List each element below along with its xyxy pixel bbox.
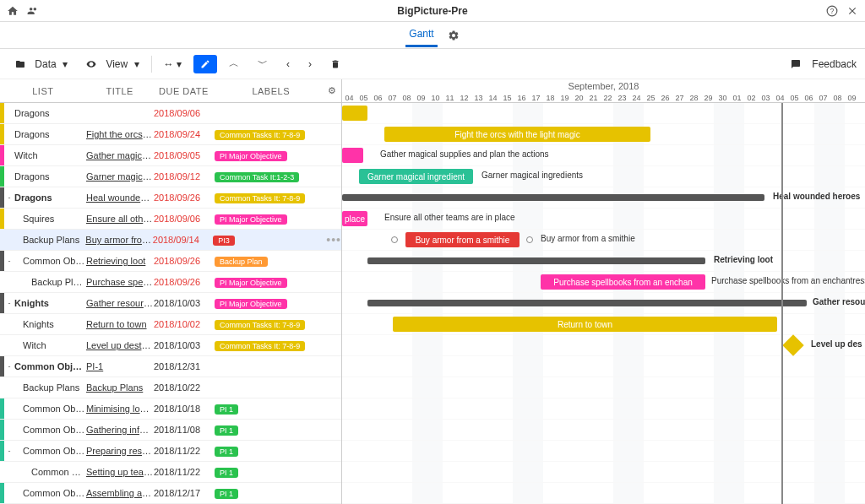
task-row[interactable]: Backup Plans Backup Plans 2018/10/22 — [0, 377, 341, 398]
title-cell[interactable]: Retrieving loot — [86, 256, 154, 266]
gantt-row[interactable]: Garner magical ingredientGarner magical … — [342, 166, 865, 187]
delete-button[interactable] — [324, 55, 347, 73]
col-date[interactable]: DUE DATE — [154, 86, 215, 96]
gantt-row[interactable]: Level up des — [342, 335, 865, 356]
title-cell[interactable]: Garner magical ing — [86, 171, 154, 182]
title-cell[interactable]: Ensure all other te — [86, 214, 154, 224]
task-row[interactable]: Backup Plans Buy armor from a s 2018/09/… — [0, 230, 341, 251]
title-cell[interactable]: Purchase spellboo — [86, 277, 154, 287]
prev-button[interactable]: ‹ — [280, 54, 296, 74]
gantt-body[interactable]: Fight the orcs with the light magicGathe… — [342, 103, 865, 504]
gantt-bar[interactable]: Return to town — [393, 317, 777, 332]
gantt-row[interactable]: Purchase spellbooks from an enchanPurcha… — [342, 272, 865, 293]
gantt-bar[interactable] — [342, 106, 367, 121]
gantt-bar[interactable]: Fight the orcs with the light magic — [384, 127, 650, 142]
gantt-row[interactable] — [342, 356, 865, 377]
expand-icon[interactable]: - — [4, 447, 14, 455]
gantt-row[interactable]: Return to town — [342, 314, 865, 335]
title-cell[interactable]: Assembling a party — [86, 488, 154, 498]
task-row[interactable]: Dragons Garner magical ing 2018/09/12 Co… — [0, 166, 341, 187]
gantt-bar[interactable]: Garner magical ingredient — [359, 169, 473, 184]
color-bar — [0, 230, 4, 250]
gantt-row[interactable] — [342, 420, 865, 441]
down-button[interactable]: ﹀ — [251, 52, 275, 75]
title-cell[interactable]: Gathering informati — [86, 425, 154, 435]
home-icon[interactable] — [7, 5, 19, 17]
gantt-summary-bar[interactable] — [367, 300, 807, 306]
data-dropdown[interactable]: Data ▾ — [8, 54, 74, 74]
close-icon[interactable] — [846, 5, 858, 17]
gantt-row[interactable]: Fight the orcs with the light magic — [342, 124, 865, 145]
date-cell: 2018/11/08 — [154, 425, 215, 435]
users-icon[interactable] — [27, 5, 39, 17]
fit-button[interactable]: ↔ ▾ — [157, 54, 188, 74]
gantt-row[interactable] — [342, 441, 865, 462]
task-row[interactable]: - Common Objective PI-1 2018/12/31 — [0, 356, 341, 377]
task-row[interactable]: Dragons 2018/09/06 — [0, 103, 341, 124]
gantt-row[interactable]: placeEnsure all other teams are in place — [342, 209, 865, 230]
task-row[interactable]: Common Objectiv Gathering informati 2018… — [0, 420, 341, 441]
gantt-bar[interactable] — [342, 148, 363, 163]
title-cell[interactable]: Backup Plans — [86, 382, 154, 393]
task-row[interactable]: - Common Objectiv Retrieving loot 2018/0… — [0, 251, 341, 272]
task-row[interactable]: Backup Plans Purchase spellboo 2018/09/2… — [0, 272, 341, 293]
gantt-row[interactable] — [342, 462, 865, 483]
title-cell[interactable]: Fight the orcs with — [86, 129, 154, 139]
gantt-row[interactable] — [342, 398, 865, 420]
title-cell[interactable]: Setting up teams — [86, 467, 154, 477]
col-list[interactable]: LIST — [0, 86, 86, 96]
gantt-bar[interactable]: place — [342, 211, 367, 226]
gantt-bar[interactable]: Purchase spellbooks from an enchan — [541, 274, 705, 290]
gantt-row[interactable] — [342, 377, 865, 398]
more-icon[interactable]: ••• — [326, 233, 341, 247]
col-labels[interactable]: LABELS — [214, 86, 328, 96]
up-button[interactable]: ︿ — [222, 52, 246, 75]
title-cell[interactable]: Heal wounded hero — [86, 192, 154, 203]
feedback-button[interactable]: Feedback — [791, 58, 857, 70]
gantt-summary-bar[interactable] — [342, 194, 764, 201]
task-row[interactable]: Common Objec Setting up teams 2018/11/22… — [0, 462, 341, 483]
column-settings-icon[interactable]: ⚙ — [328, 85, 341, 96]
gantt-row[interactable]: Gather resour — [342, 293, 865, 314]
gantt-row[interactable]: Gather magical supplies and plan the act… — [342, 145, 865, 166]
gantt-summary-bar[interactable] — [367, 257, 705, 264]
task-row[interactable]: Squires Ensure all other te 2018/09/06 P… — [0, 209, 341, 230]
top-bar: BigPicture-Pre ? — [0, 0, 865, 22]
label-badge: Common Tasks It: 7-8-9 — [215, 130, 305, 140]
task-row[interactable]: - Common Objectiv Preparing resource 201… — [0, 441, 341, 462]
next-button[interactable]: › — [302, 54, 318, 74]
task-row[interactable]: Witch Gather magical sup 2018/09/05 PI M… — [0, 145, 341, 166]
expand-icon[interactable]: - — [4, 299, 14, 307]
expand-icon[interactable]: - — [4, 362, 14, 371]
gantt-row[interactable] — [342, 103, 865, 124]
edit-button[interactable] — [193, 55, 217, 73]
gear-icon[interactable] — [448, 30, 460, 41]
title-cell[interactable]: PI-1 — [86, 361, 154, 371]
task-row[interactable]: Common Objectiv Minimising losses 2018/1… — [0, 398, 341, 420]
title-cell[interactable]: Buy armor from a s — [85, 235, 152, 245]
task-row[interactable]: Witch Level up destructio 2018/10/03 Com… — [0, 335, 341, 356]
gantt-bar[interactable]: Buy armor from a smithie — [405, 232, 520, 247]
milestone-icon[interactable] — [782, 334, 803, 355]
gantt-row[interactable]: Retrieving loot — [342, 251, 865, 272]
title-cell[interactable]: Level up destructio — [86, 340, 154, 350]
gantt-row[interactable]: Buy armor from a smithieBuy armor from a… — [342, 230, 865, 251]
title-cell[interactable]: Minimising losses — [86, 404, 154, 414]
tab-gantt[interactable]: Gantt — [405, 23, 437, 47]
view-dropdown[interactable]: View ▾ — [79, 54, 145, 74]
expand-icon[interactable]: - — [4, 257, 14, 265]
task-row[interactable]: - Dragons Heal wounded hero 2018/09/26 C… — [0, 187, 341, 209]
title-cell[interactable]: Return to town — [86, 319, 154, 329]
expand-icon[interactable]: - — [4, 193, 14, 202]
col-title[interactable]: TITLE — [86, 86, 154, 96]
gantt-row[interactable]: Heal wounded heroes — [342, 187, 865, 209]
task-row[interactable]: - Knights Gather resources f 2018/10/03 … — [0, 293, 341, 314]
title-cell[interactable]: Gather resources f — [86, 298, 154, 308]
task-row[interactable]: Dragons Fight the orcs with 2018/09/24 C… — [0, 124, 341, 145]
task-row[interactable]: Knights Return to town 2018/10/02 Common… — [0, 314, 341, 335]
help-icon[interactable]: ? — [826, 5, 838, 17]
title-cell[interactable]: Preparing resource — [86, 446, 154, 456]
task-row[interactable]: Common Objectiv Assembling a party 2018/… — [0, 483, 341, 504]
gantt-row[interactable] — [342, 483, 865, 504]
title-cell[interactable]: Gather magical sup — [86, 150, 154, 160]
